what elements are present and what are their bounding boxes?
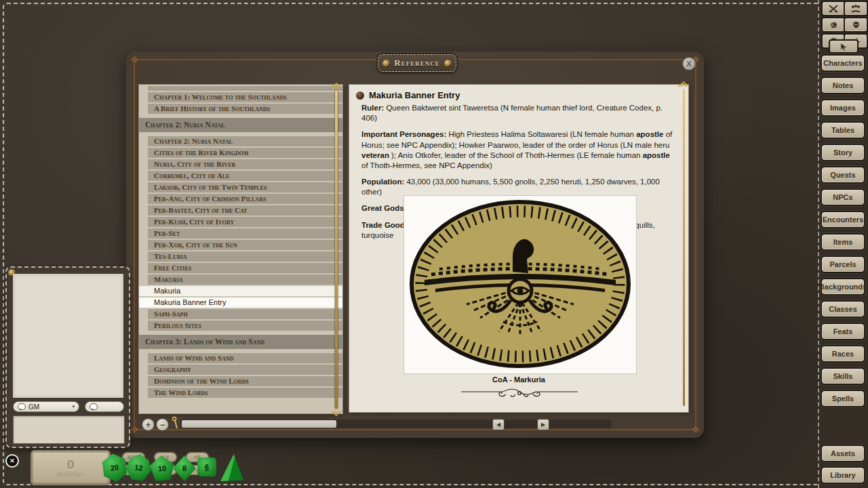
toc-item[interactable]: Lands of Wind and Sand: [148, 353, 342, 363]
d8-die[interactable]: 8: [173, 455, 196, 481]
sidebar-button-feats[interactable]: Feats: [821, 323, 865, 340]
sidebar-button-parcels[interactable]: Parcels: [821, 256, 865, 273]
toc-item[interactable]: Chapter 2: Nuria Natal: [139, 118, 342, 132]
toc-item[interactable]: Tes-Luria: [148, 251, 342, 262]
toc-item[interactable]: Makuria: [148, 274, 342, 285]
corner-ornament-icon: ❖: [130, 425, 139, 434]
d10-die[interactable]: 10: [149, 455, 175, 481]
dice-row: 20121086: [102, 451, 258, 487]
toc-item[interactable]: Perilous Sites: [148, 321, 342, 331]
content-panel: Makuria Banner Entry Ruler: Queen Baktwe…: [349, 85, 688, 412]
content-paragraph: Population: 43,000 (33,000 humans, 5,500…: [361, 177, 676, 197]
sidebar-button-skills[interactable]: Skills: [821, 367, 865, 385]
toc-item[interactable]: Makuria Banner Entry: [139, 298, 342, 308]
record-buttons: CharactersNotesImagesTablesStoryQuestsNP…: [821, 54, 865, 407]
d6-die[interactable]: 6: [197, 458, 216, 476]
pin-icon[interactable]: [171, 416, 179, 430]
sidebar-button-classes[interactable]: Classes: [821, 300, 865, 318]
toc-item[interactable]: Corremel, City of Ale: [148, 171, 342, 181]
toc-item[interactable]: Per-Anu, City of Crimson Pillars: [148, 194, 342, 204]
sidebar-button-items[interactable]: Items: [821, 233, 865, 251]
toc-item[interactable]: Per-Kush, City of Ivory: [148, 217, 342, 227]
sidebar-button-npcs[interactable]: NPCs: [821, 188, 865, 206]
sidebar-button-quests[interactable]: Quests: [821, 166, 865, 184]
reference-window: ❖ ❖ ❖ ❖ Reference X Chapter 1: Welcome t…: [126, 52, 704, 438]
toc-item[interactable]: Chapter 3: Lands of Wind and Sand: [139, 335, 342, 349]
font-decrease-button[interactable]: −: [156, 418, 169, 431]
radial-menu-icon[interactable]: ✕: [5, 454, 19, 468]
sidebar-button-characters[interactable]: Characters: [821, 54, 865, 72]
pointer-button[interactable]: [829, 39, 859, 54]
toc-item[interactable]: Per-Bastet, City of the Cat: [148, 205, 342, 216]
skull-icon: [852, 21, 861, 29]
tools-button[interactable]: [821, 1, 846, 16]
chat-window: GM ▾: [5, 266, 130, 448]
toc-item[interactable]: Per-Set: [148, 228, 342, 239]
d12-die[interactable]: 12: [125, 453, 153, 483]
modifier-value: 0: [67, 458, 75, 471]
close-button[interactable]: X: [682, 57, 696, 70]
dice-bag-icon: [829, 21, 838, 29]
tokens-button[interactable]: [844, 17, 868, 33]
prev-page-button[interactable]: ◀: [492, 419, 505, 430]
scrollbar-finial-icon: [330, 83, 343, 89]
chat-speaker-dropdown[interactable]: GM ▾: [13, 401, 79, 412]
sidebar-button-encounters[interactable]: Encounters: [821, 211, 865, 228]
content-title: Makuria Banner Entry: [369, 90, 460, 100]
horizontal-scrollbar-thumb[interactable]: [182, 420, 336, 428]
sidebar-button-backgrounds[interactable]: Backgrounds: [821, 278, 865, 296]
desktop: ❖ ❖ ❖ ❖ Reference X Chapter 1: Welcome t…: [0, 0, 868, 488]
toc-item[interactable]: Free Cities: [148, 263, 342, 273]
grommet-icon: [444, 60, 452, 67]
toc-list: Chapter 1: Welcome to the SouthlandsA Br…: [139, 85, 342, 398]
content-header: Makuria Banner Entry: [349, 85, 688, 102]
corner-ornament-icon: ❖: [691, 425, 700, 434]
right-sidebar: +/- CharactersNotesImagesTablesStoryQues…: [818, 0, 868, 488]
window-title-tab[interactable]: Reference: [378, 54, 456, 72]
toc-item[interactable]: Per-Xor, City of the Sun: [148, 240, 342, 250]
pointer-icon: [840, 43, 847, 51]
toc-item[interactable]: Makuria: [139, 286, 342, 296]
chat-log[interactable]: [13, 274, 123, 398]
sidebar-button-spells[interactable]: Spells: [821, 390, 865, 407]
corner-ornament-icon: ❖: [130, 55, 139, 64]
d4-die[interactable]: [220, 454, 243, 481]
toc-item[interactable]: [148, 86, 342, 91]
party-button[interactable]: [844, 1, 868, 16]
content-scrollbar[interactable]: [683, 89, 685, 406]
toc-item[interactable]: Chapter 1: Welcome to the Southlands: [148, 92, 342, 102]
coat-of-arms-image[interactable]: [403, 195, 637, 374]
toc-item[interactable]: A Brief History of the Southlands: [148, 104, 342, 114]
content-paragraph: Ruler: Queen Baktweret sint Taweretsa (N…: [361, 103, 676, 123]
toc-scrollbar[interactable]: [335, 90, 338, 409]
modifier-label: Modifier: [58, 471, 84, 478]
sidebar-button-assets[interactable]: Assets: [821, 445, 865, 462]
modifier-box[interactable]: 0 Modifier: [31, 450, 111, 485]
toc-item[interactable]: Saph-Saph: [148, 309, 342, 319]
image-caption: CoA - Markuria: [349, 375, 688, 384]
entry-sphere-icon[interactable]: [356, 92, 364, 100]
sidebar-button-notes[interactable]: Notes: [821, 77, 865, 94]
d20-die[interactable]: 20: [100, 452, 129, 484]
toc-item[interactable]: Dominion of the Wind Lords: [148, 376, 342, 386]
sidebar-button-library[interactable]: Library: [821, 466, 865, 484]
chat-input[interactable]: [13, 415, 125, 444]
grommet-icon: [382, 60, 390, 67]
chat-whisper-dropdown[interactable]: [85, 401, 124, 412]
toc-item[interactable]: Nuria, City of the River: [148, 159, 342, 169]
sidebar-button-images[interactable]: Images: [821, 99, 865, 117]
speech-bubble-icon: [90, 403, 98, 410]
dice-bag-button[interactable]: [821, 17, 846, 33]
toc-item[interactable]: Cities of the River Kingdom: [148, 148, 342, 158]
toc-item[interactable]: Geography: [148, 365, 342, 375]
sidebar-button-tables[interactable]: Tables: [821, 121, 865, 139]
font-increase-button[interactable]: +: [142, 418, 155, 431]
toc-item[interactable]: Chapter 2: Nuria Natal: [148, 136, 342, 146]
toc-item[interactable]: Laksor, City of the Twin Temples: [148, 182, 342, 192]
sidebar-button-story[interactable]: Story: [821, 144, 865, 161]
party-icon: [850, 5, 861, 13]
toc-item[interactable]: The Wind Lords: [148, 388, 342, 398]
next-page-button[interactable]: ▶: [537, 419, 549, 430]
sidebar-button-races[interactable]: Races: [821, 345, 865, 363]
window-title: Reference: [394, 58, 439, 68]
